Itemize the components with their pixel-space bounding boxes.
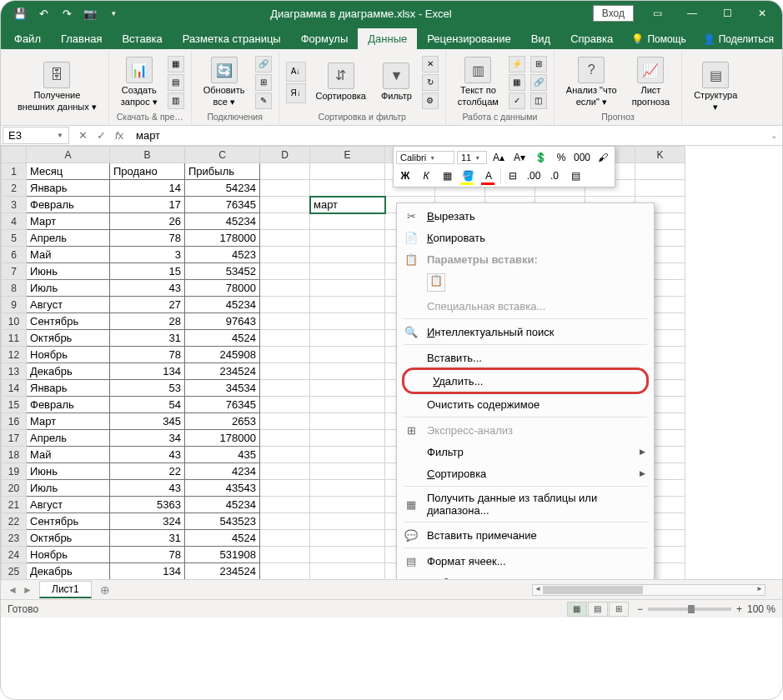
cell[interactable]: [635, 180, 685, 197]
row-header[interactable]: 21: [2, 497, 27, 513]
forecast-sheet-button[interactable]: 📈Лист прогноза: [627, 55, 675, 108]
row-header[interactable]: 13: [2, 363, 27, 380]
cell[interactable]: 34534: [185, 380, 260, 397]
cell[interactable]: [310, 563, 385, 580]
cell[interactable]: 45234: [185, 297, 260, 313]
ribbon-options-icon[interactable]: ▭: [640, 1, 674, 26]
flash-fill-button[interactable]: ⚡: [509, 56, 525, 72]
consolidate-button[interactable]: ⊞: [530, 56, 547, 72]
cell[interactable]: 54234: [185, 180, 260, 197]
cell[interactable]: 78: [110, 230, 185, 247]
cell[interactable]: [310, 180, 385, 197]
row-header[interactable]: 3: [2, 197, 27, 213]
ctx-filter[interactable]: Фильтр▶: [399, 441, 652, 462]
zoom-slider[interactable]: [648, 608, 731, 611]
sort-za-icon[interactable]: Я↓: [286, 83, 306, 103]
cell[interactable]: 34: [110, 430, 185, 447]
save-icon[interactable]: 💾: [9, 2, 31, 24]
font-size-selector[interactable]: 11▼: [457, 151, 487, 164]
cell[interactable]: 543523: [185, 513, 260, 530]
increase-decimal-icon[interactable]: .00: [525, 168, 543, 184]
cell[interactable]: 22: [110, 463, 185, 480]
cell[interactable]: Январь: [27, 180, 110, 197]
cell[interactable]: 345: [110, 413, 185, 430]
ctx-insert[interactable]: Вставить...: [399, 347, 652, 368]
horizontal-scrollbar[interactable]: ◄►: [532, 584, 765, 596]
page-break-view-icon[interactable]: ⊞: [609, 602, 629, 617]
cell[interactable]: 5363: [110, 497, 185, 513]
normal-view-icon[interactable]: ▦: [567, 602, 587, 617]
cell[interactable]: [310, 447, 385, 463]
tab-formulas[interactable]: Формулы: [291, 28, 359, 49]
cell[interactable]: [310, 397, 385, 413]
row-header[interactable]: 18: [2, 447, 27, 463]
cell[interactable]: 45234: [185, 497, 260, 513]
cell[interactable]: [260, 230, 310, 247]
cancel-formula-icon[interactable]: ✕: [74, 129, 91, 142]
camera-icon[interactable]: 📷: [79, 2, 101, 24]
col-header[interactable]: B: [110, 147, 185, 163]
select-all-cell[interactable]: [2, 147, 27, 163]
cell[interactable]: [260, 280, 310, 297]
cell[interactable]: Май: [27, 447, 110, 463]
ctx-sort[interactable]: Сортировка▶: [399, 462, 652, 484]
col-header[interactable]: A: [27, 147, 110, 163]
cell[interactable]: 134: [110, 363, 185, 380]
relationships-button[interactable]: 🔗: [530, 74, 547, 91]
cell[interactable]: Март: [27, 213, 110, 230]
cell[interactable]: [310, 380, 385, 397]
cell[interactable]: 14: [110, 180, 185, 197]
cell[interactable]: [260, 297, 310, 313]
sort-button[interactable]: ⇵Сортировка: [311, 61, 371, 103]
cell[interactable]: [310, 297, 385, 313]
redo-icon[interactable]: ↷: [56, 2, 78, 24]
cell[interactable]: Июль: [27, 280, 110, 297]
row-header[interactable]: 24: [2, 547, 27, 563]
ctx-comment[interactable]: 💬Вставить примечание: [399, 524, 652, 546]
cell[interactable]: Апрель: [27, 430, 110, 447]
row-header[interactable]: 9: [2, 297, 27, 313]
cell[interactable]: 324: [110, 513, 185, 530]
cell[interactable]: Сентябрь: [27, 313, 110, 330]
font-selector[interactable]: Calibri▼: [396, 151, 454, 164]
row-header[interactable]: 6: [2, 247, 27, 263]
sort-az-icon[interactable]: A↓: [286, 62, 306, 82]
minimize-icon[interactable]: —: [675, 1, 709, 26]
cell[interactable]: 4524: [185, 330, 260, 347]
zoom-level[interactable]: 100 %: [747, 603, 775, 615]
cell[interactable]: [260, 380, 310, 397]
cell[interactable]: 43: [110, 480, 185, 497]
cell[interactable]: Продано: [110, 163, 185, 180]
cell[interactable]: 53: [110, 380, 185, 397]
what-if-button[interactable]: ?Анализ "что если" ▾: [561, 55, 622, 108]
cell[interactable]: [260, 313, 310, 330]
cell[interactable]: 97643: [185, 313, 260, 330]
font-color-icon[interactable]: A: [479, 168, 498, 184]
row-header[interactable]: 10: [2, 313, 27, 330]
row-header[interactable]: 4: [2, 213, 27, 230]
cell[interactable]: [310, 313, 385, 330]
sheet-tab[interactable]: Лист1: [39, 581, 92, 598]
cell[interactable]: [260, 213, 310, 230]
cell[interactable]: [310, 213, 385, 230]
connections-button[interactable]: 🔗: [255, 56, 272, 72]
fill-color-icon[interactable]: 🪣: [459, 168, 477, 184]
row-header[interactable]: 11: [2, 330, 27, 347]
cell[interactable]: [310, 263, 385, 280]
cell[interactable]: 2653: [185, 413, 260, 430]
outline-button[interactable]: ▤Структура ▾: [689, 60, 742, 113]
cell[interactable]: Февраль: [27, 197, 110, 213]
reapply-button[interactable]: ↻: [422, 74, 439, 91]
cell[interactable]: Октябрь: [27, 330, 110, 347]
cell[interactable]: 45234: [185, 213, 260, 230]
cell[interactable]: 76345: [185, 197, 260, 213]
cell[interactable]: 28: [110, 313, 185, 330]
row-header[interactable]: 8: [2, 280, 27, 297]
cell[interactable]: 43543: [185, 480, 260, 497]
zoom-out-icon[interactable]: −: [637, 603, 643, 615]
add-sheet-button[interactable]: ⊕: [92, 583, 118, 597]
cell[interactable]: Август: [27, 297, 110, 313]
ctx-copy[interactable]: 📄Копировать: [399, 227, 652, 248]
cell[interactable]: 178000: [185, 430, 260, 447]
get-external-data-button[interactable]: 🗄Получение внешних данных ▾: [13, 60, 102, 113]
